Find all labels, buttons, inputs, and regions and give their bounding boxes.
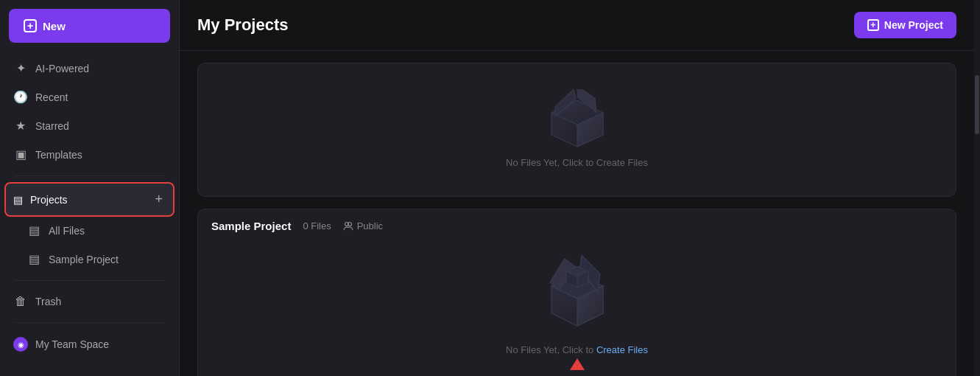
sample-empty-text-prefix: No Files Yet, Click to Create Files [506,344,648,355]
sidebar-item-projects[interactable]: ▤ Projects + [6,184,173,215]
project-card-unnamed-body[interactable]: No Files Yet, Click to Create Files [198,63,956,196]
empty-open-box-icon [537,254,618,335]
new-plus-icon: + [24,19,37,32]
nav-divider [15,175,164,176]
sidebar-item-my-team[interactable]: ◉ My Team Space [6,330,173,358]
sample-project-file-count: 0 Files [303,220,331,231]
sidebar-item-recent[interactable]: 🕐 Recent [6,83,173,111]
users-icon [343,221,353,231]
starred-icon: ★ [13,119,28,133]
my-team-icon: ◉ [13,337,28,352]
project-card-sample-header: Sample Project 0 Files Public [198,209,956,240]
sidebar-item-ai-powered[interactable]: ✦ AI-Powered [6,55,173,82]
create-files-link[interactable]: Create Files [596,344,648,355]
projects-header-left: ▤ Projects [13,194,68,206]
sidebar-item-projects-label: Projects [30,194,68,206]
nav-divider-3 [15,322,164,323]
project-card-sample: Sample Project 0 Files Public [197,209,956,376]
page-title: My Projects [197,15,289,35]
main-content: My Projects + New Project [180,0,974,376]
trash-icon: 🗑 [13,295,28,308]
sidebar-item-recent-label: Recent [35,91,68,103]
scrollbar-track[interactable] [974,0,980,376]
new-button[interactable]: + New [9,9,170,43]
sidebar-item-starred[interactable]: ★ Starred [6,112,173,139]
sidebar-item-trash-label: Trash [35,296,61,307]
nav-divider-2 [15,280,164,281]
sample-project-visibility-label: Public [357,220,383,231]
main-header: My Projects + New Project [180,0,974,51]
new-project-plus-icon: + [867,19,879,31]
sample-project-title: Sample Project [211,220,291,232]
sidebar-item-trash[interactable]: 🗑 Trash [6,288,173,315]
empty-box-icon [544,89,610,148]
templates-icon: ▣ [13,147,28,161]
new-project-button-label: New Project [884,19,943,31]
projects-icon: ▤ [13,194,23,206]
project-card-sample-body[interactable]: No Files Yet, Click to Create Files [198,240,956,376]
sidebar-item-templates-label: Templates [35,149,82,161]
sidebar-item-all-files-label: All Files [49,225,85,237]
sidebar-item-my-team-label: My Team Space [35,338,109,350]
sidebar-item-ai-powered-label: AI-Powered [35,63,89,74]
content-area: No Files Yet, Click to Create Files Samp… [180,51,974,376]
recent-icon: 🕐 [13,90,28,104]
sidebar: + New ✦ AI-Powered 🕐 Recent ★ Starred ▣ … [0,0,180,376]
unnamed-empty-text: No Files Yet, Click to Create Files [506,157,648,168]
sample-project-icon: ▤ [27,252,41,266]
sidebar-item-templates[interactable]: ▣ Templates [6,141,173,168]
scrollbar-thumb[interactable] [975,75,979,134]
sidebar-item-starred-label: Starred [35,120,69,132]
up-arrow-icon [570,358,585,370]
new-project-button[interactable]: + New Project [854,12,956,38]
sidebar-item-sample-project-label: Sample Project [49,254,119,265]
all-files-icon: ▤ [27,223,41,237]
projects-add-icon[interactable]: + [152,190,166,209]
sidebar-nav: ✦ AI-Powered 🕐 Recent ★ Starred ▣ Templa… [0,55,179,358]
project-card-unnamed: No Files Yet, Click to Create Files [197,63,956,197]
new-button-label: New [43,20,66,32]
sidebar-item-sample-project[interactable]: ▤ Sample Project [6,246,173,273]
sidebar-item-all-files[interactable]: ▤ All Files [6,217,173,244]
arrow-container [570,358,585,370]
ai-powered-icon: ✦ [13,61,28,75]
sample-project-visibility: Public [343,220,383,231]
